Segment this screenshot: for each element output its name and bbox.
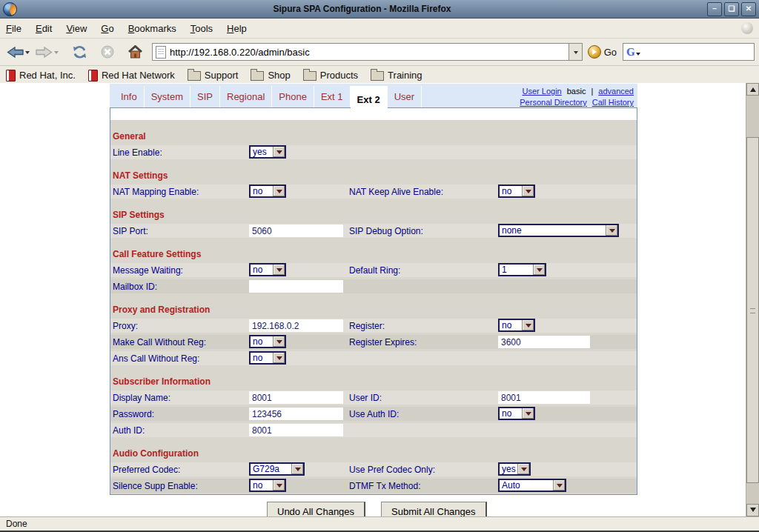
forward-dropdown-icon[interactable] [54,51,59,56]
stop-button[interactable] [99,44,116,60]
input-password[interactable] [249,408,343,420]
label-use-auth-id: Use Auth ID: [349,407,496,421]
menu-file[interactable]: File [6,23,21,34]
link-call-history[interactable]: Call History [592,98,634,107]
back-arrow-icon [7,46,24,59]
input-user-id[interactable] [498,391,590,404]
text-basic: basic [567,87,586,96]
select-ans-call-without-reg[interactable]: no [249,351,286,365]
text-: | [591,87,593,96]
go-button[interactable]: Go [588,45,617,59]
select-value: no [251,186,273,196]
dropdown-arrow-icon [553,480,565,491]
tab-phone[interactable]: Phone [272,86,314,107]
label-nat-mapping-enable: NAT Mapping Enable: [113,184,248,199]
submit-all-changes-button[interactable]: Submit All Changes [381,502,486,516]
search-input[interactable] [640,45,758,59]
bookmark-support[interactable]: Support [188,70,239,81]
firefox-logo-icon [3,2,17,16]
bookmark-label: Training [388,70,422,81]
search-box[interactable]: G [623,43,755,61]
form-action-buttons: Undo All ChangesSubmit All Changes [267,502,487,516]
select-register[interactable]: no [498,319,535,332]
tab-sip[interactable]: SIP [190,86,220,107]
section-title: Audio Configuration [113,448,199,459]
input-register-expires[interactable] [498,336,590,348]
label-user-id: User ID: [349,390,496,405]
input-proxy[interactable] [249,319,343,332]
select-sip-debug-option[interactable]: none [498,224,619,237]
form-row: Preferred Codec:G729aUse Pref Codec Only… [110,462,637,476]
bookmark-products[interactable]: Products [303,70,358,81]
tab-ext-2[interactable]: Ext 2 [351,86,388,113]
select-value: no [500,320,522,330]
label-line-enable: Line Enable: [113,145,248,159]
label-register: Register: [349,319,496,333]
select-use-pref-codec-only[interactable]: yes [498,462,531,476]
link-user-login[interactable]: User Login [523,87,562,96]
select-default-ring[interactable]: 1 [498,263,546,276]
reload-button[interactable] [70,44,90,61]
folder-icon [371,71,384,81]
label-password: Password: [113,407,248,421]
tab-ext-1[interactable]: Ext 1 [314,86,351,107]
tab-regional[interactable]: Regional [220,86,272,107]
label-message-waiting: Message Waiting: [113,263,248,277]
input-sip-port[interactable] [249,225,343,237]
menu-edit[interactable]: Edit [36,23,52,34]
menubar: FileEditViewGoBookmarksToolsHelp [0,19,759,39]
go-label: Go [604,47,617,58]
input-display-name[interactable] [249,391,343,404]
select-value: yes [500,464,517,474]
bookmark-red-hat-inc[interactable]: Red Hat, Inc. [6,70,76,82]
back-dropdown-icon[interactable] [25,51,30,56]
menu-tools[interactable]: Tools [190,23,213,34]
tab-user[interactable]: User [388,86,422,107]
forward-button[interactable] [33,44,61,60]
stop-icon [101,45,114,59]
tab-system[interactable]: System [145,86,190,107]
url-dropdown-button[interactable] [569,44,582,60]
select-message-waiting[interactable]: no [249,263,286,276]
select-value: Auto [500,480,553,491]
select-nat-mapping-enable[interactable]: no [249,184,286,198]
url-input[interactable] [170,45,569,59]
home-button[interactable] [125,44,145,60]
select-make-call-without-reg[interactable]: no [249,335,286,348]
form-row: Message Waiting:noDefault Ring:1 [110,263,637,277]
scroll-up-button[interactable] [746,83,759,96]
tab-info[interactable]: Info [114,86,145,107]
select-nat-keep-alive-enable[interactable]: no [498,184,535,198]
menu-go[interactable]: Go [101,23,113,34]
back-button[interactable] [4,44,32,60]
scroll-down-button[interactable] [746,504,759,516]
input-mailbox-id[interactable] [249,280,343,293]
input-auth-id[interactable] [249,424,343,436]
form-row: Make Call Without Reg:noRegister Expires… [110,335,637,349]
bookmark-training[interactable]: Training [371,70,422,81]
select-dtmf-tx-method[interactable]: Auto [498,479,566,492]
menu-help[interactable]: Help [227,23,247,34]
link-advanced[interactable]: advanced [598,87,634,96]
select-value: no [251,336,273,347]
dropdown-arrow-icon [273,147,285,157]
scrollbar-thumb[interactable] [746,137,759,483]
select-silence-supp-enable[interactable]: no [249,479,286,492]
menu-view[interactable]: View [66,23,87,34]
redhat-icon [88,70,98,82]
minimize-button[interactable]: – [707,2,722,16]
select-line-enable[interactable]: yes [249,145,286,159]
maximize-button[interactable]: ❏ [724,2,739,16]
bookmark-red-hat-network[interactable]: Red Hat Network [88,70,175,82]
bookmark-shop[interactable]: Shop [251,70,290,81]
dropdown-arrow-icon [606,225,617,236]
url-bar[interactable] [152,43,583,61]
close-button[interactable]: ✕ [741,2,756,16]
select-value: no [500,408,522,419]
undo-all-changes-button[interactable]: Undo All Changes [267,502,365,516]
vertical-scrollbar[interactable] [746,83,759,516]
menu-bookmarks[interactable]: Bookmarks [128,23,176,34]
select-preferred-codec[interactable]: G729a [249,462,305,476]
select-use-auth-id[interactable]: no [498,407,535,420]
link-personal-directory[interactable]: Personal Directory [520,98,586,107]
